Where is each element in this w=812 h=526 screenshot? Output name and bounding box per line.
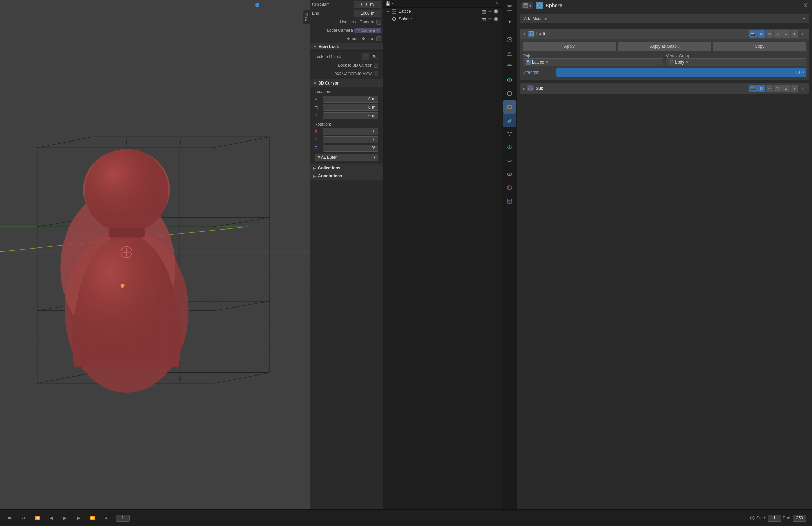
outliner-close-icon[interactable]: ✕ bbox=[496, 1, 499, 6]
record-btn[interactable]: ⏺ bbox=[6, 514, 14, 522]
viewport[interactable]: View bbox=[0, 0, 310, 509]
lattice-apply-shape-btn[interactable]: Apply as Shap.. bbox=[618, 42, 712, 51]
sphere-camera-icon[interactable]: 📷 bbox=[481, 17, 486, 21]
lock-object-eyedrop-btn[interactable]: 🔍 bbox=[371, 53, 378, 60]
rot-y-value[interactable]: -0° bbox=[323, 136, 378, 143]
lattice-obj-icon: ⊞ bbox=[526, 60, 531, 65]
camera-tag[interactable]: 📷 Camera ✕ bbox=[354, 28, 381, 33]
prop-physics-icon[interactable] bbox=[503, 141, 516, 154]
lock-3d-cursor-checkbox[interactable] bbox=[374, 63, 378, 68]
render-region-checkbox[interactable] bbox=[376, 36, 381, 41]
modifier-close-btn[interactable] bbox=[803, 3, 808, 9]
rot-x-value[interactable]: 0° bbox=[323, 128, 378, 135]
cursor-header[interactable]: ▼ 3D Cursor :: bbox=[310, 79, 383, 87]
lattice-copy-btn[interactable]: Copy bbox=[713, 42, 806, 51]
rot-z-value[interactable]: 0° bbox=[323, 145, 378, 152]
prev-keyframe-btn[interactable]: ⏪ bbox=[33, 514, 41, 522]
strength-bar[interactable]: 1.00 bbox=[556, 68, 806, 77]
current-frame[interactable]: 1 bbox=[116, 515, 130, 522]
sphere-eye-icon[interactable]: 👁 bbox=[487, 17, 493, 21]
cursor-title: 3D Cursor bbox=[319, 81, 339, 86]
sub-camera-toggle[interactable]: 📷 bbox=[749, 85, 757, 92]
view-lock-header[interactable]: ▼ View Lock :: bbox=[310, 43, 383, 51]
next-frame-btn[interactable]: ▶ bbox=[75, 514, 83, 522]
svg-marker-62 bbox=[509, 39, 511, 41]
sub-collapse-arrow[interactable]: ▶ bbox=[523, 87, 525, 90]
lattice-collapse-arrow[interactable]: ▼ bbox=[523, 32, 526, 36]
svg-point-74 bbox=[507, 132, 509, 133]
prop-dropdown-icon[interactable]: ▾ bbox=[503, 15, 516, 28]
vertex-group-name: body bbox=[675, 60, 684, 65]
svg-rect-92 bbox=[529, 32, 533, 36]
end-label: End: bbox=[783, 516, 791, 520]
view-tab[interactable]: View bbox=[303, 10, 310, 24]
prop-output-icon[interactable] bbox=[503, 47, 516, 60]
prop-view-layer-icon[interactable] bbox=[503, 60, 516, 73]
collections-header[interactable]: ▶ Collections :: bbox=[310, 164, 383, 172]
prop-constraint-icon[interactable] bbox=[503, 154, 516, 167]
start-val[interactable]: 1 bbox=[768, 515, 781, 522]
svg-rect-60 bbox=[508, 8, 511, 10]
clip-start-value[interactable]: 0.01 m bbox=[354, 1, 381, 8]
cursor-x-label: X: bbox=[315, 97, 321, 101]
rot-z-label: Z: bbox=[315, 146, 321, 150]
sub-close-btn[interactable]: ✕ bbox=[799, 85, 806, 92]
prev-frame-btn[interactable]: ◀ bbox=[47, 514, 55, 522]
prop-world-icon[interactable] bbox=[503, 87, 516, 100]
cursor-z-row: Z: 0 m bbox=[313, 111, 380, 120]
modifier-save-icon[interactable]: ▾ bbox=[521, 2, 533, 9]
sub-edit-toggle[interactable]: ✏ bbox=[766, 85, 773, 92]
lattice-object-value[interactable]: ⊞ Lattice ✕ bbox=[523, 58, 663, 66]
play-btn[interactable]: ▶ bbox=[61, 514, 69, 522]
lattice-filter-toggle[interactable]: ▽ bbox=[774, 30, 782, 38]
prop-particles-icon[interactable] bbox=[503, 127, 516, 140]
cursor-z-value[interactable]: 0 m bbox=[323, 112, 378, 119]
lattice-camera-toggle[interactable]: 📷 bbox=[749, 30, 757, 38]
end-val[interactable]: 250 bbox=[793, 515, 806, 522]
lattice-camera-icon[interactable]: 📷 bbox=[481, 9, 486, 14]
vertex-group-value[interactable]: V body ✕ bbox=[666, 58, 807, 66]
cursor-y-label: Y: bbox=[315, 105, 321, 110]
use-local-camera-checkbox[interactable] bbox=[376, 20, 381, 25]
sub-down-btn[interactable]: ▼ bbox=[791, 85, 798, 92]
outliner-item-lattice[interactable]: ▸ Lattice 📷 👁 🔘 bbox=[383, 8, 502, 15]
cursor-x-value[interactable]: 0 m bbox=[323, 96, 378, 103]
rot-y-row: Y: -0° bbox=[313, 136, 380, 144]
lock-object-square-btn[interactable]: ⊞ bbox=[362, 53, 369, 60]
prop-object-data-icon[interactable] bbox=[503, 168, 516, 181]
clip-end-value[interactable]: 1000 m bbox=[354, 10, 381, 17]
lattice-realtime-toggle[interactable]: 🖥 bbox=[757, 30, 765, 38]
vertex-group-clear-btn[interactable]: ✕ bbox=[686, 60, 689, 65]
outliner-save-icon[interactable]: 💾 bbox=[386, 1, 390, 6]
jump-start-btn[interactable]: ⏮ bbox=[19, 514, 28, 522]
cursor-y-value[interactable]: 0 m bbox=[323, 104, 378, 111]
lattice-close-btn[interactable]: ✕ bbox=[799, 30, 806, 38]
sub-filter-toggle[interactable]: ▽ bbox=[774, 85, 782, 92]
lattice-object-clear-btn[interactable]: ✕ bbox=[545, 60, 548, 65]
lattice-up-btn[interactable]: ▲ bbox=[782, 30, 790, 38]
annotations-header[interactable]: ▶ Annotations :: bbox=[310, 172, 383, 180]
outliner-item-sphere[interactable]: Sphere 📷 👁 🔘 bbox=[383, 15, 502, 23]
sub-up-btn[interactable]: ▲ bbox=[782, 85, 790, 92]
prop-material-icon[interactable] bbox=[503, 181, 516, 194]
sphere-render-icon[interactable]: 🔘 bbox=[493, 17, 499, 21]
lattice-render-icon[interactable]: 🔘 bbox=[493, 9, 499, 14]
lattice-down-btn[interactable]: ▼ bbox=[791, 30, 798, 38]
lock-camera-to-view-checkbox[interactable] bbox=[374, 71, 378, 76]
euler-row: XYZ Euler ▾ bbox=[313, 152, 380, 163]
lattice-eye-icon[interactable]: 👁 bbox=[487, 9, 493, 14]
prop-data-icon[interactable] bbox=[503, 195, 516, 208]
prop-modifier-icon[interactable] bbox=[503, 114, 516, 127]
lattice-edit-toggle[interactable]: ✏ bbox=[766, 30, 773, 38]
prop-render-icon[interactable] bbox=[503, 33, 516, 46]
lattice-apply-btn[interactable]: Apply bbox=[523, 42, 616, 51]
add-modifier-button[interactable]: Add Modifier ▾ bbox=[520, 14, 809, 23]
next-keyframe-btn[interactable]: ⏩ bbox=[88, 514, 97, 522]
euler-dropdown[interactable]: XYZ Euler ▾ bbox=[315, 154, 378, 161]
prop-save-icon[interactable] bbox=[503, 1, 516, 14]
jump-end-btn[interactable]: ⏭ bbox=[102, 514, 110, 522]
prop-object-icon[interactable] bbox=[503, 100, 516, 114]
sub-realtime-toggle[interactable]: 🖥 bbox=[757, 85, 765, 92]
camera-remove-btn[interactable]: ✕ bbox=[376, 28, 379, 33]
prop-scene-icon[interactable] bbox=[503, 74, 516, 87]
